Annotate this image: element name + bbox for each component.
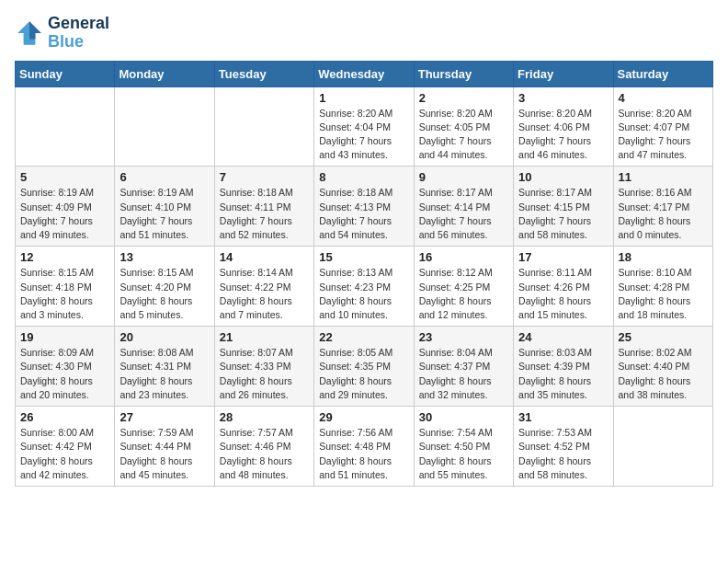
calendar-header-monday: Monday (115, 61, 214, 86)
calendar-cell: 13 Sunrise: 8:15 AM Sunset: 4:20 PM Dayl… (115, 247, 214, 327)
calendar-cell: 14 Sunrise: 8:14 AM Sunset: 4:22 PM Dayl… (214, 247, 313, 327)
day-info: Sunrise: 8:12 AM Sunset: 4:25 PM Dayligh… (419, 266, 508, 322)
calendar-cell: 1 Sunrise: 8:20 AM Sunset: 4:04 PM Dayli… (314, 86, 414, 167)
calendar-header-row: SundayMondayTuesdayWednesdayThursdayFrid… (16, 61, 713, 86)
day-number: 30 (419, 410, 508, 424)
calendar-header-wednesday: Wednesday (314, 61, 414, 86)
calendar-cell: 12 Sunrise: 8:15 AM Sunset: 4:18 PM Dayl… (16, 247, 115, 327)
day-number: 3 (518, 91, 608, 105)
day-number: 19 (20, 330, 109, 344)
day-number: 22 (319, 330, 408, 344)
day-info: Sunrise: 8:14 AM Sunset: 4:22 PM Dayligh… (220, 266, 309, 322)
day-number: 14 (220, 250, 309, 264)
day-info: Sunrise: 8:03 AM Sunset: 4:39 PM Dayligh… (518, 346, 608, 402)
calendar-cell (115, 86, 214, 167)
day-info: Sunrise: 8:00 AM Sunset: 4:42 PM Dayligh… (20, 426, 109, 482)
day-info: Sunrise: 8:16 AM Sunset: 4:17 PM Dayligh… (619, 186, 708, 242)
calendar-week-2: 5 Sunrise: 8:19 AM Sunset: 4:09 PM Dayli… (16, 167, 713, 247)
day-info: Sunrise: 8:13 AM Sunset: 4:23 PM Dayligh… (319, 266, 408, 322)
calendar-week-1: 1 Sunrise: 8:20 AM Sunset: 4:04 PM Dayli… (16, 86, 713, 167)
day-number: 25 (619, 330, 708, 344)
day-number: 21 (220, 330, 309, 344)
day-number: 1 (319, 91, 408, 105)
day-info: Sunrise: 8:20 AM Sunset: 4:07 PM Dayligh… (619, 107, 708, 163)
day-number: 4 (619, 91, 708, 105)
calendar-cell: 20 Sunrise: 8:08 AM Sunset: 4:31 PM Dayl… (115, 327, 214, 407)
calendar-week-4: 19 Sunrise: 8:09 AM Sunset: 4:30 PM Dayl… (16, 327, 713, 407)
calendar-header-friday: Friday (514, 61, 613, 86)
calendar-cell: 21 Sunrise: 8:07 AM Sunset: 4:33 PM Dayl… (214, 327, 313, 407)
calendar-cell: 8 Sunrise: 8:18 AM Sunset: 4:13 PM Dayli… (314, 167, 414, 247)
day-number: 28 (220, 410, 309, 424)
calendar-cell: 23 Sunrise: 8:04 AM Sunset: 4:37 PM Dayl… (414, 327, 513, 407)
calendar-cell: 7 Sunrise: 8:18 AM Sunset: 4:11 PM Dayli… (214, 167, 313, 247)
calendar-cell: 2 Sunrise: 8:20 AM Sunset: 4:05 PM Dayli… (414, 86, 513, 167)
calendar-cell (214, 86, 313, 167)
day-number: 7 (220, 170, 309, 184)
day-number: 11 (619, 170, 708, 184)
calendar-header-saturday: Saturday (613, 61, 712, 86)
day-info: Sunrise: 8:07 AM Sunset: 4:33 PM Dayligh… (220, 346, 309, 402)
calendar-cell: 9 Sunrise: 8:17 AM Sunset: 4:14 PM Dayli… (414, 167, 513, 247)
day-info: Sunrise: 8:11 AM Sunset: 4:26 PM Dayligh… (518, 266, 608, 322)
day-info: Sunrise: 8:04 AM Sunset: 4:37 PM Dayligh… (419, 346, 508, 402)
day-number: 23 (419, 330, 508, 344)
day-info: Sunrise: 8:17 AM Sunset: 4:14 PM Dayligh… (419, 186, 508, 242)
day-info: Sunrise: 7:57 AM Sunset: 4:46 PM Dayligh… (220, 426, 309, 482)
day-number: 27 (119, 410, 209, 424)
day-number: 24 (518, 330, 608, 344)
day-info: Sunrise: 8:05 AM Sunset: 4:35 PM Dayligh… (319, 346, 408, 402)
day-info: Sunrise: 8:18 AM Sunset: 4:11 PM Dayligh… (220, 186, 309, 242)
day-number: 12 (20, 250, 109, 264)
day-info: Sunrise: 8:08 AM Sunset: 4:31 PM Dayligh… (119, 346, 209, 402)
logo: General Blue (15, 15, 109, 52)
calendar-cell (613, 407, 712, 487)
calendar-cell: 26 Sunrise: 8:00 AM Sunset: 4:42 PM Dayl… (16, 407, 115, 487)
calendar-cell: 16 Sunrise: 8:12 AM Sunset: 4:25 PM Dayl… (414, 247, 513, 327)
day-info: Sunrise: 8:19 AM Sunset: 4:10 PM Dayligh… (119, 186, 209, 242)
day-number: 29 (319, 410, 408, 424)
day-info: Sunrise: 8:20 AM Sunset: 4:05 PM Dayligh… (419, 107, 508, 163)
day-info: Sunrise: 8:18 AM Sunset: 4:13 PM Dayligh… (319, 186, 408, 242)
calendar-cell: 4 Sunrise: 8:20 AM Sunset: 4:07 PM Dayli… (613, 86, 712, 167)
day-info: Sunrise: 8:15 AM Sunset: 4:18 PM Dayligh… (20, 266, 109, 322)
calendar-cell: 25 Sunrise: 8:02 AM Sunset: 4:40 PM Dayl… (613, 327, 712, 407)
calendar-table: SundayMondayTuesdayWednesdayThursdayFrid… (15, 61, 713, 487)
day-number: 16 (419, 250, 508, 264)
calendar-week-3: 12 Sunrise: 8:15 AM Sunset: 4:18 PM Dayl… (16, 247, 713, 327)
day-info: Sunrise: 7:59 AM Sunset: 4:44 PM Dayligh… (119, 426, 209, 482)
calendar-cell: 19 Sunrise: 8:09 AM Sunset: 4:30 PM Dayl… (16, 327, 115, 407)
calendar-cell: 30 Sunrise: 7:54 AM Sunset: 4:50 PM Dayl… (414, 407, 513, 487)
day-info: Sunrise: 8:17 AM Sunset: 4:15 PM Dayligh… (518, 186, 608, 242)
page: General Blue SundayMondayTuesdayWednesda… (0, 0, 728, 563)
calendar-cell: 15 Sunrise: 8:13 AM Sunset: 4:23 PM Dayl… (314, 247, 414, 327)
calendar-cell: 6 Sunrise: 8:19 AM Sunset: 4:10 PM Dayli… (115, 167, 214, 247)
calendar-cell: 28 Sunrise: 7:57 AM Sunset: 4:46 PM Dayl… (214, 407, 313, 487)
calendar-cell: 17 Sunrise: 8:11 AM Sunset: 4:26 PM Dayl… (514, 247, 613, 327)
day-number: 15 (319, 250, 408, 264)
day-number: 2 (419, 91, 508, 105)
svg-marker-1 (29, 21, 41, 39)
day-number: 26 (20, 410, 109, 424)
calendar-header-tuesday: Tuesday (214, 61, 313, 86)
day-info: Sunrise: 7:54 AM Sunset: 4:50 PM Dayligh… (419, 426, 508, 482)
day-info: Sunrise: 7:56 AM Sunset: 4:48 PM Dayligh… (319, 426, 408, 482)
day-number: 20 (119, 330, 209, 344)
calendar-cell: 11 Sunrise: 8:16 AM Sunset: 4:17 PM Dayl… (613, 167, 712, 247)
day-info: Sunrise: 8:20 AM Sunset: 4:06 PM Dayligh… (518, 107, 608, 163)
day-info: Sunrise: 7:53 AM Sunset: 4:52 PM Dayligh… (518, 426, 608, 482)
calendar-cell: 3 Sunrise: 8:20 AM Sunset: 4:06 PM Dayli… (514, 86, 613, 167)
day-number: 31 (518, 410, 608, 424)
calendar-cell: 5 Sunrise: 8:19 AM Sunset: 4:09 PM Dayli… (16, 167, 115, 247)
day-info: Sunrise: 8:09 AM Sunset: 4:30 PM Dayligh… (20, 346, 109, 402)
day-info: Sunrise: 8:19 AM Sunset: 4:09 PM Dayligh… (20, 186, 109, 242)
day-number: 17 (518, 250, 608, 264)
day-info: Sunrise: 8:15 AM Sunset: 4:20 PM Dayligh… (119, 266, 209, 322)
calendar-header-sunday: Sunday (16, 61, 115, 86)
day-number: 10 (518, 170, 608, 184)
day-number: 5 (20, 170, 109, 184)
day-info: Sunrise: 8:10 AM Sunset: 4:28 PM Dayligh… (619, 266, 708, 322)
day-number: 8 (319, 170, 408, 184)
day-number: 9 (419, 170, 508, 184)
calendar-header-thursday: Thursday (414, 61, 513, 86)
